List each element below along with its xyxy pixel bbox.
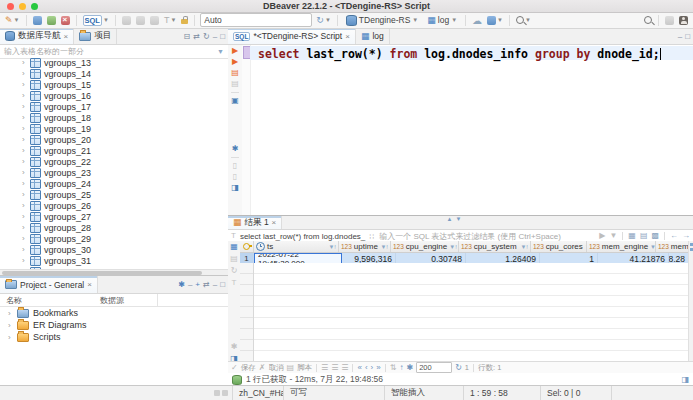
- refresh-icon[interactable]: ↻: [203, 32, 210, 41]
- tree-item[interactable]: ›vgroups_14: [0, 68, 228, 79]
- column-header-uptime[interactable]: 123uptime▼!: [339, 241, 391, 252]
- execute-statement-icon[interactable]: ▶: [232, 47, 238, 55]
- link-with-editor-icon[interactable]: ⇄: [193, 32, 200, 41]
- execute-script-icon[interactable]: ▤: [231, 69, 239, 77]
- first-page-icon[interactable]: «: [357, 364, 361, 372]
- chevron-right-icon[interactable]: ›: [22, 91, 27, 100]
- commit-mode-combo[interactable]: Auto: [200, 13, 312, 27]
- refresh-icon[interactable]: ↻: [455, 364, 462, 372]
- tree-item[interactable]: ›vgroups_21: [0, 145, 228, 156]
- panel-toggle-icon[interactable]: ◨: [231, 184, 239, 192]
- tree-item[interactable]: ›vgroups_28: [0, 222, 228, 233]
- filter-save-icon[interactable]: ▦: [628, 232, 636, 240]
- delete-row-icon[interactable]: ☰: [341, 364, 348, 372]
- filter-dropdown-icon[interactable]: ▼: [609, 232, 617, 240]
- tab-project-general[interactable]: Project - General ×: [0, 276, 98, 293]
- add-row-icon[interactable]: ☰: [321, 364, 328, 372]
- fetch-size-input[interactable]: 200: [416, 362, 452, 373]
- close-icon[interactable]: ×: [272, 218, 277, 227]
- link-with-editor-icon[interactable]: ⇄: [203, 280, 210, 289]
- tree-item[interactable]: ›vgroups_15: [0, 79, 228, 90]
- column-header-ts[interactable]: ts▼!: [254, 241, 339, 252]
- collapse-icon[interactable]: ‒: [188, 280, 192, 289]
- chevron-right-icon[interactable]: ›: [22, 168, 27, 177]
- panel-collapse-icon[interactable]: ◨: [681, 375, 689, 384]
- insert-mode-indicator[interactable]: 智能插入: [384, 386, 463, 400]
- grid-view-icon[interactable]: ▦: [230, 243, 238, 251]
- new-connection-button[interactable]: ✎▼: [4, 14, 21, 27]
- user-profile-button[interactable]: [678, 14, 689, 27]
- log-doc-icon[interactable]: ▯: [233, 173, 237, 181]
- execute-new-tab-icon[interactable]: ▶: [232, 58, 238, 66]
- sash-down-icon[interactable]: ▼: [456, 216, 462, 222]
- column-header-mem-engine[interactable]: 123mem_engine▼!: [587, 241, 656, 252]
- active-connection-combo[interactable]: TDengine-RS▼: [343, 14, 421, 26]
- close-icon[interactable]: ×: [87, 280, 92, 289]
- chevron-right-icon[interactable]: ›: [22, 102, 27, 111]
- chevron-right-icon[interactable]: ›: [22, 113, 27, 122]
- column-header-cpu-system[interactable]: 123cpu_system▼!: [459, 241, 531, 252]
- chevron-right-icon[interactable]: ›: [22, 124, 27, 133]
- chevron-right-icon[interactable]: ›: [22, 58, 27, 67]
- lock-button[interactable]: [180, 14, 189, 27]
- cloud-button[interactable]: ☁: [471, 14, 483, 27]
- transaction-mode-button[interactable]: T▼: [163, 14, 177, 27]
- save-label[interactable]: 保存: [241, 363, 256, 373]
- project-item-bookmarks[interactable]: ›Bookmarks: [0, 307, 228, 319]
- sql-code-line[interactable]: select last_row(*) from log.dnodes_info …: [250, 47, 661, 61]
- filter-T-icon[interactable]: T: [232, 279, 237, 287]
- tree-item[interactable]: ›vgroups_23: [0, 167, 228, 178]
- tab-log[interactable]: ▦ log: [356, 28, 390, 44]
- fetch-all-icon[interactable]: ⇅: [390, 364, 397, 372]
- copy-row-icon[interactable]: ☰: [331, 364, 338, 372]
- network-button[interactable]: ▼: [486, 14, 504, 27]
- explain-plan-icon[interactable]: ▣: [231, 97, 239, 105]
- maximize-panel-icon[interactable]: □: [220, 32, 225, 41]
- next-page-icon[interactable]: ›: [371, 364, 374, 372]
- disconnect-button[interactable]: [60, 14, 71, 27]
- chevron-right-icon[interactable]: ›: [8, 333, 13, 342]
- tx-refresh-button[interactable]: ↻▼: [315, 14, 332, 27]
- export-icon[interactable]: ↑: [399, 364, 403, 372]
- connect-button[interactable]: [32, 14, 43, 27]
- tree-item[interactable]: ›vgroups_19: [0, 123, 228, 134]
- tab-result-1[interactable]: ▦ 结果 1 ×: [228, 216, 282, 229]
- chevron-right-icon[interactable]: ›: [22, 179, 27, 188]
- column-header-datasource[interactable]: 数据源: [100, 295, 147, 306]
- project-item-scripts[interactable]: ›Scripts: [0, 331, 228, 343]
- add-icon[interactable]: +: [195, 280, 200, 289]
- chevron-right-icon[interactable]: ›: [8, 309, 13, 318]
- calc-panel-icon[interactable]: ✱: [231, 343, 238, 351]
- sash-collapse-arrows[interactable]: ▲▼: [447, 216, 462, 222]
- project-item-er-diagrams[interactable]: ›ER Diagrams: [0, 319, 228, 331]
- tree-item[interactable]: ›vgroups_31: [0, 255, 228, 266]
- tab-sql-script[interactable]: SQL *<TDengine-RS> Script ×: [228, 28, 356, 44]
- column-header-name[interactable]: 名称: [6, 295, 86, 306]
- filter-sort-icon[interactable]: ▼!: [520, 244, 528, 250]
- gear-icon[interactable]: ✱: [406, 364, 413, 372]
- execute-script-dim-icon[interactable]: ▤: [231, 80, 239, 88]
- chevron-right-icon[interactable]: ›: [22, 245, 27, 254]
- chevron-right-icon[interactable]: ›: [22, 157, 27, 166]
- chevron-right-icon[interactable]: ›: [22, 190, 27, 199]
- gear-icon[interactable]: ✱: [178, 280, 185, 289]
- sql-editor-button[interactable]: SQL▼: [82, 14, 110, 27]
- global-search-button[interactable]: [643, 14, 653, 27]
- collapse-all-icon[interactable]: ⊟: [184, 32, 191, 41]
- tree-item[interactable]: ›vgroups_22: [0, 156, 228, 167]
- revert-button[interactable]: [135, 14, 146, 27]
- panel-toggle-top-icon[interactable]: [690, 243, 693, 246]
- filter-funnel-icon[interactable]: ▼: [217, 48, 224, 55]
- active-database-combo[interactable]: ▦log▼: [424, 14, 460, 26]
- last-page-icon[interactable]: »: [376, 364, 380, 372]
- tree-item[interactable]: ›vgroups_26: [0, 200, 228, 211]
- tree-item[interactable]: ›vgroups_29: [0, 233, 228, 244]
- history-back-icon[interactable]: ←: [670, 232, 678, 240]
- tree-item[interactable]: ›vgroups_24: [0, 178, 228, 189]
- chevron-right-icon[interactable]: ›: [22, 146, 27, 155]
- custom-filter-icon[interactable]: T: [231, 232, 236, 240]
- filter-sort-icon[interactable]: ▼!: [328, 244, 336, 250]
- caret-position-indicator[interactable]: 1 : 59 : 58: [463, 386, 540, 400]
- panel-shortcut-icon[interactable]: [222, 390, 228, 396]
- filter-panel-icon[interactable]: ▤: [640, 232, 648, 240]
